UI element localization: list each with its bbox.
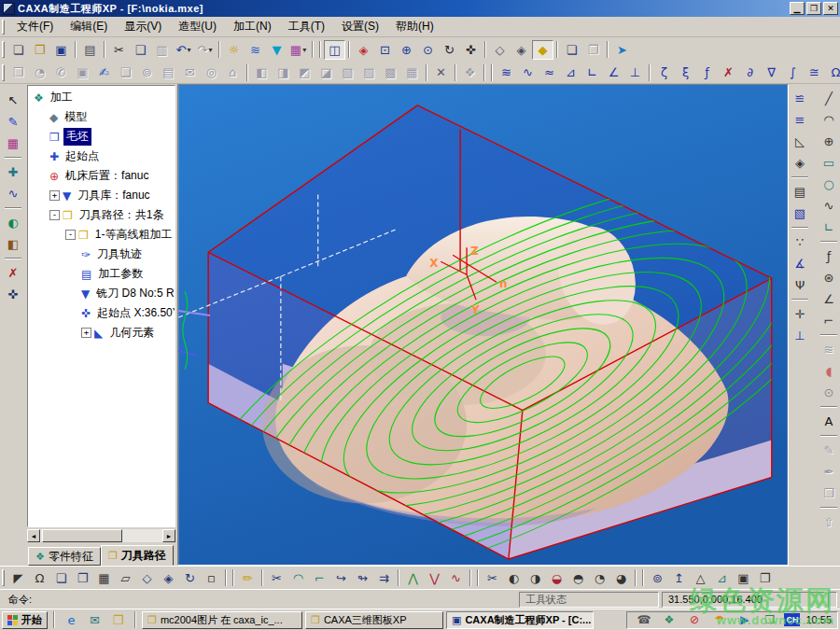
mail-icon[interactable]: ✉ [84,610,105,630]
feature-loft-icon[interactable]: ▣ [72,63,93,82]
toolpath-post-icon[interactable]: Ω [825,63,840,82]
hidden-line-display-icon[interactable]: ◈ [511,40,532,60]
wireframe-display-icon[interactable]: ◇ [489,40,511,60]
paste-icon[interactable]: ▥ [151,40,173,60]
tree-item-params[interactable]: ▤加工参数 [28,264,175,284]
feature-chamfer-icon[interactable]: ⊚ [136,63,158,82]
quad-rotate-icon[interactable]: ◈ [158,568,179,588]
show-desktop-icon[interactable]: ❐ [107,610,129,630]
ref-axes-icon[interactable]: ⊥ [790,326,810,345]
task-caxa-app[interactable]: ▣ CAXA制造工程师XP - [C:... [446,611,594,629]
close-button[interactable]: ✕ [823,2,838,15]
surface-rotate-icon[interactable]: ◨ [273,63,294,82]
toolpath-check-icon[interactable]: ≅ [804,63,825,82]
section-icon[interactable]: ◖ [819,361,839,381]
toolbar-grip[interactable] [2,41,5,58]
tree-item-machining[interactable]: ❖加工 [28,88,175,107]
quad-mirror-icon[interactable]: ↻ [179,568,201,588]
tree-horizontal-scrollbar[interactable]: ◄ ► [27,529,175,542]
tree-item-geometry[interactable]: +◣几何元素 [28,323,175,343]
dropdown-arrow-icon[interactable]: ▾ [187,46,190,54]
surf-extend-icon[interactable]: ◓ [567,568,589,588]
toolbar-grip[interactable] [2,64,5,81]
rotate-view-icon[interactable]: ↻ [439,40,460,60]
scroll-right-icon[interactable]: ► [162,529,175,542]
zoom-in-icon[interactable]: ⊕ [396,40,417,60]
dim-triangle-icon[interactable]: ◺ [790,132,810,151]
arc-tool-icon[interactable]: ◠ [819,110,839,130]
feature-draft-icon[interactable]: ✉ [179,63,201,82]
surface-offset-icon[interactable]: ▨ [358,63,380,82]
zoom-all-icon[interactable]: ◈ [353,40,374,60]
toolpath-pencil-icon[interactable]: ∟ [581,63,603,82]
tab-part-feature[interactable]: ❖ 零件特征 [28,547,101,566]
dim-angle-icon[interactable]: ∡ [790,254,810,273]
xform-move-icon[interactable]: ↥ [668,568,690,588]
erase-icon[interactable]: ✗ [3,263,23,283]
eraser-icon[interactable]: ✏ [237,568,259,588]
curve-cut-icon[interactable]: ✂ [266,568,287,588]
feature-fillet-icon[interactable]: ❏ [115,63,136,82]
tree-expand-icon[interactable]: - [65,230,76,240]
menu-modeling[interactable]: 造型(U) [170,17,225,36]
toolpath-copy-icon[interactable]: ƒ [696,63,718,82]
menu-grip[interactable] [2,20,5,35]
tree-item-start-point[interactable]: ✚起始点 [28,147,175,166]
hide-entity-icon[interactable]: ✕ [430,63,452,82]
ellipse-tool-icon[interactable]: ○ [819,175,839,194]
polygon-tool-icon[interactable]: ⊛ [819,268,839,287]
shaded-display-icon[interactable]: ◆ [532,40,553,60]
surf-split-icon[interactable]: ◔ [589,568,610,588]
toolpath-trim-icon[interactable]: ξ [675,63,696,82]
tree-item-post[interactable]: ⊕机床后置：fanuc [28,166,175,186]
new-window-icon[interactable]: ❏ [561,40,582,60]
tile-window-icon[interactable]: ❐ [582,40,604,60]
sketch-icon[interactable]: ✍ [93,63,115,82]
dim-diamond-icon[interactable]: ◈ [790,153,810,173]
dropdown-arrow-icon[interactable]: ▾ [208,46,212,54]
curve-generate-icon[interactable]: ∿ [3,184,23,203]
scroll-left-icon[interactable]: ◄ [27,529,40,542]
xform-copy-icon[interactable]: ❐ [754,568,776,588]
toolpath-contour-icon[interactable]: ∿ [517,63,539,82]
feature-revolve-icon[interactable]: ◔ [29,63,50,82]
zoom-window-icon[interactable]: ⊡ [374,40,396,60]
offset-curve-icon[interactable]: ⌐ [819,311,839,330]
chamfer-line-icon[interactable]: ⌐ [309,568,330,588]
dim-ruler-icon[interactable]: ≡ [790,110,810,130]
block-icon[interactable]: ❒ [819,483,839,503]
surface-sweep-icon[interactable]: ◩ [294,63,315,82]
restore-button[interactable]: ❐ [806,2,821,15]
xform-scale-icon[interactable]: △ [690,568,711,588]
toolpath-limit-icon[interactable]: ∠ [603,63,624,82]
feature-shell-icon[interactable]: ▤ [158,63,179,82]
task-images-folder[interactable]: ❐ mc2004图片 在 caxa_ic_... [142,611,302,629]
tree-item-tool-lib[interactable]: +▼刀具库：fanuc [28,186,175,205]
relation-icon[interactable]: ⊙ [819,383,839,402]
menu-machining[interactable]: 加工(N) [225,17,280,36]
ref-point-icon[interactable]: ✛ [790,304,810,324]
layer-color-icon[interactable]: ▦▾ [287,40,309,60]
viewport-3d[interactable]: Z X Y n [177,84,789,566]
feature-sweep-icon[interactable]: ✆ [50,63,72,82]
line-tool-icon[interactable]: ╱ [819,89,839,108]
toolpath-delete-icon[interactable]: ✗ [718,63,739,82]
save-icon[interactable]: ▣ [50,40,72,60]
menu-edit[interactable]: 编辑(E) [62,17,116,36]
surf-patch-icon[interactable]: ◒ [546,568,567,588]
redo-icon[interactable]: ↷▾ [194,40,216,60]
import-icon[interactable]: ⇧ [819,512,839,532]
new-file-icon[interactable]: ❏ [7,40,29,60]
sheet-icon[interactable]: ▤ [790,182,810,202]
surf-cut-icon[interactable]: ✂ [482,568,503,588]
menu-help[interactable]: 帮助(H) [387,17,442,36]
surface-net-icon[interactable]: ◪ [315,63,337,82]
surface-ruled-icon[interactable]: ▧ [337,63,358,82]
polyline-tool-icon[interactable]: ∟ [819,217,839,237]
toolpath-rough-icon[interactable]: ≋ [496,63,517,82]
menu-file[interactable]: 文件(F) [8,17,62,36]
plane-icon[interactable]: ▱ [115,568,136,588]
panel-toggle-icon[interactable]: ◫ [324,40,345,60]
feature-rib-icon[interactable]: ⌂ [222,63,244,82]
coordinate-icon[interactable]: ✚ [3,162,23,182]
